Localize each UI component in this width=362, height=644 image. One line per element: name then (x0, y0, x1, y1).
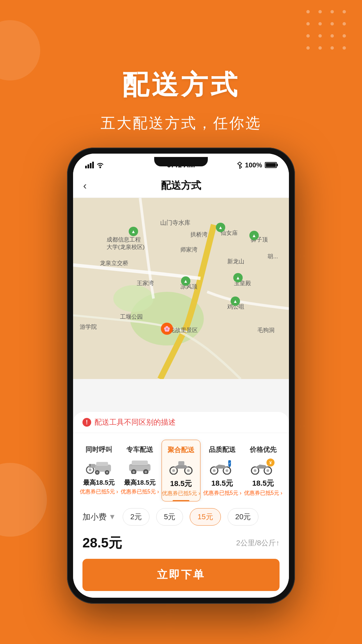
delivery-option-quality[interactable]: 品质配送 ✓ (203, 440, 241, 501)
svg-text:▲: ▲ (233, 299, 238, 304)
option-icon-area-3 (168, 457, 194, 475)
svg-text:大学(龙泉校区): 大学(龙泉校区) (107, 244, 144, 250)
delivery-option-price-first[interactable]: 价格优先 ¥ (244, 440, 282, 501)
option-price-4: 18.5元 (212, 478, 233, 488)
svg-point-3 (113, 285, 154, 312)
fee-option-5[interactable]: 5元 (156, 508, 183, 526)
option-icon-area-2 (126, 457, 153, 475)
add-fee-dropdown-icon[interactable]: ▼ (109, 513, 116, 521)
option-name-5: 价格优先 (250, 445, 277, 454)
option-coupon-2: 优惠券已抵5元 › (121, 488, 159, 495)
option-icon-area-5: ¥ (250, 457, 277, 475)
map-area: 山门寺水库 成都信息工程 大学(龙泉校区) 龙泉立交桥 仙女庙 狮子顶 新龙山 … (73, 198, 289, 379)
total-price: 28.5元 (82, 534, 122, 552)
phone-mockup: 9:41 AM 100% ‹ 配送方式 (67, 148, 295, 604)
svg-point-61 (226, 469, 228, 472)
svg-point-64 (254, 469, 256, 472)
svg-point-51 (145, 471, 147, 473)
svg-rect-57 (178, 461, 184, 465)
svg-point-43 (89, 469, 92, 471)
svg-text:游学院: 游学院 (80, 324, 97, 330)
status-left (85, 162, 105, 168)
option-icon-area-1 (85, 457, 112, 475)
status-time: 9:41 AM (167, 161, 195, 169)
phone-shell: 9:41 AM 100% ‹ 配送方式 (67, 148, 295, 604)
delivery-option-simultaneous[interactable]: 同时呼叫 (80, 440, 118, 501)
svg-text:▲: ▲ (218, 225, 223, 230)
svg-text:▲: ▲ (236, 275, 240, 280)
circle-decoration-bl (0, 463, 47, 537)
svg-point-0 (100, 167, 101, 168)
svg-rect-52 (130, 465, 149, 466)
svg-text:工堰公园: 工堰公园 (120, 314, 143, 320)
header-section: 配送方式 五大配送方式，任你选 (0, 0, 362, 133)
fee-option-2[interactable]: 2元 (123, 508, 149, 526)
svg-rect-37 (96, 462, 108, 466)
wifi-icon (96, 162, 105, 168)
svg-point-39 (96, 472, 98, 474)
svg-text:龙泉立交桥: 龙泉立交桥 (100, 260, 128, 266)
page-subtitle: 五大配送方式，任你选 (0, 113, 362, 133)
warning-text: 配送工具不同区别的描述 (95, 417, 176, 427)
svg-text:毛狗洞: 毛狗洞 (257, 327, 275, 333)
warning-notice: ! 配送工具不同区别的描述 (73, 412, 289, 433)
nav-bar: ‹ 配送方式 (73, 174, 289, 198)
delivery-options-row: 同时呼叫 (73, 433, 289, 501)
bottom-sheet: ! 配送工具不同区别的描述 同时呼叫 (73, 412, 289, 598)
option-icon-area-4: ✓ (209, 457, 236, 475)
option-coupon-5: 优惠券已抵5元 › (244, 490, 283, 497)
svg-text:拱桥湾: 拱桥湾 (190, 231, 207, 238)
svg-point-41 (106, 472, 108, 474)
option-price-5: 18.5元 (252, 478, 274, 488)
option-price-2: 最高18.5元 (124, 478, 156, 487)
option-name-4: 品质配送 (209, 445, 236, 454)
option-coupon-4: 优惠券已抵5元 › (203, 490, 242, 497)
svg-text:▲: ▲ (183, 278, 188, 284)
active-indicator (173, 500, 189, 501)
add-fee-row: 加小费 ▼ 2元 5元 15元 20元 (73, 501, 289, 532)
svg-text:¥: ¥ (269, 460, 272, 465)
svg-text:师家湾: 师家湾 (180, 247, 197, 253)
svg-rect-44 (89, 464, 96, 468)
svg-text:▲: ▲ (252, 233, 256, 238)
nav-title: 配送方式 (161, 179, 201, 193)
option-coupon-1: 优惠券已抵5元 › (80, 488, 118, 495)
total-row: 28.5元 2公里/8公斤↑ (73, 532, 289, 559)
delivery-option-aggregate[interactable]: 聚合配送 18.5元 (162, 440, 200, 501)
svg-point-54 (172, 469, 175, 472)
svg-point-66 (266, 469, 269, 472)
option-coupon-3: 优惠券已抵5元 › (162, 490, 200, 497)
option-price-3: 18.5元 (170, 479, 192, 489)
option-name-3: 聚合配送 (168, 445, 194, 454)
battery-icon (265, 162, 277, 168)
svg-text:▲: ▲ (131, 229, 136, 234)
phone-screen: 9:41 AM 100% ‹ 配送方式 (73, 154, 289, 598)
status-right: 100% (237, 161, 277, 169)
option-name-2: 专车配送 (126, 445, 153, 454)
option-price-1: 最高18.5元 (83, 478, 115, 487)
fee-option-20[interactable]: 20元 (228, 508, 258, 526)
order-button[interactable]: 立即下单 (82, 559, 280, 591)
svg-point-59 (213, 469, 216, 472)
svg-text:成都信息工程: 成都信息工程 (107, 236, 141, 243)
back-button[interactable]: ‹ (83, 179, 87, 192)
status-bar: 9:41 AM 100% (73, 154, 289, 174)
svg-rect-47 (132, 461, 148, 465)
total-info: 2公里/8公斤↑ (236, 538, 280, 548)
add-fee-label: 加小费 ▼ (82, 512, 116, 522)
delivery-option-car[interactable]: 专车配送 最高18.5元 (121, 440, 159, 501)
signal-icon (85, 162, 94, 168)
svg-text:胡...: 胡... (267, 253, 278, 260)
warning-icon: ! (82, 418, 91, 427)
bluetooth-icon (237, 161, 242, 169)
svg-point-56 (187, 469, 190, 472)
svg-text:王家湾: 王家湾 (137, 280, 154, 286)
svg-text:🌸: 🌸 (164, 326, 170, 332)
svg-text:新龙山: 新龙山 (227, 258, 244, 265)
page-title: 配送方式 (0, 67, 362, 103)
map-svg: 山门寺水库 成都信息工程 大学(龙泉校区) 龙泉立交桥 仙女庙 狮子顶 新龙山 … (73, 198, 289, 379)
fee-option-15[interactable]: 15元 (190, 508, 221, 526)
battery-percent: 100% (245, 161, 262, 169)
svg-text:山门寺水库: 山门寺水库 (160, 219, 190, 226)
svg-point-49 (133, 471, 135, 473)
